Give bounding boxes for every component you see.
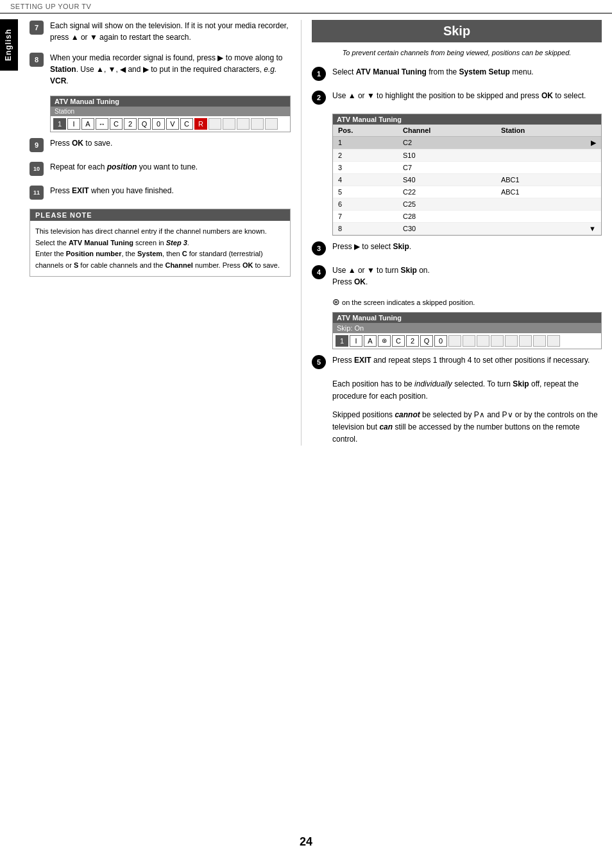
col-arrow	[584, 125, 601, 137]
atv-cell: Q	[138, 118, 151, 130]
row-station	[496, 210, 584, 222]
skip-step-5-text: Press EXIT and repeat steps 1 through 4 …	[332, 354, 602, 366]
page-num-text: 24	[300, 835, 312, 848]
skip-on-title: ATV Manual Tuning	[333, 313, 601, 323]
scroll-arrow: ▼	[584, 222, 601, 234]
row-channel: C7	[398, 161, 496, 173]
skip-step-1-text: Select ATV Manual Tuning from the System…	[332, 66, 602, 78]
atv-cell: V	[166, 118, 179, 130]
atv-cell: A	[364, 335, 377, 347]
atv-cell	[265, 118, 278, 130]
atv-cell: 0	[434, 335, 447, 347]
step-7-text: Each signal will show on the television.…	[50, 20, 291, 43]
skip-step-num-4: 4	[312, 265, 326, 279]
step-10-text: Repeat for each position you want to tun…	[50, 161, 291, 173]
table-row: 8 C30 ▼	[333, 222, 601, 234]
atv-cell	[505, 335, 518, 347]
step-num-7: 7	[30, 21, 44, 35]
step-9-text: Press OK to save.	[50, 137, 291, 149]
atv-box-subtitle: Station	[51, 107, 290, 116]
page-number: 24	[0, 822, 612, 855]
row-station	[496, 161, 584, 173]
top-bar-label: SETTING UP YOUR TV	[10, 3, 91, 10]
table-row: 6 C25	[333, 198, 601, 210]
col-station: Station	[496, 125, 584, 137]
atv-table-box: ATV Manual Tuning Pos. Channel Station 1	[332, 114, 602, 236]
skip-step-3: 3 Press ▶ to select Skip.	[312, 241, 602, 256]
atv-cell	[223, 118, 235, 130]
step-10: 10 Repeat for each position you want to …	[30, 161, 291, 176]
skip-step-4: 4 Use ▲ or ▼ to turn Skip on.Press OK.	[312, 265, 602, 288]
atv-cell	[547, 335, 560, 347]
row-pos: 2	[333, 149, 398, 161]
row-pos: 5	[333, 186, 398, 198]
step-7: 7 Each signal will show on the televisio…	[30, 20, 291, 43]
atv-cell: 1	[336, 335, 348, 347]
step-11: 11 Press EXIT when you have finished.	[30, 185, 291, 200]
atv-table: Pos. Channel Station 1 C2 ▶	[333, 125, 601, 235]
row-pos: 1	[333, 136, 398, 149]
atv-cell	[477, 335, 489, 347]
please-note-box: PLEASE NOTE This television has direct c…	[30, 209, 291, 277]
curved-arrow-icon: ⊛	[332, 297, 340, 307]
right-column: Skip To prevent certain channels from be…	[302, 20, 612, 446]
row-channel: C2	[398, 136, 496, 149]
table-row: 3 C7	[333, 161, 601, 173]
step-num-8: 8	[30, 53, 44, 67]
left-column: 7 Each signal will show on the televisio…	[19, 20, 302, 446]
atv-table-title: ATV Manual Tuning	[333, 114, 601, 125]
table-row: 1 C2 ▶	[333, 136, 601, 149]
please-note-body: This television has direct channel entry…	[30, 221, 290, 276]
skip-intro: To prevent certain channels from being v…	[312, 48, 602, 58]
atv-cell: C	[110, 118, 123, 130]
skip-step-2-text: Use ▲ or ▼ to highlight the position to …	[332, 90, 602, 101]
atv-cell: ⊛	[378, 335, 391, 347]
atv-cell: R	[194, 118, 207, 130]
skip-step-2: 2 Use ▲ or ▼ to highlight the position t…	[312, 90, 602, 105]
atv-cell: I	[67, 118, 80, 130]
atv-box-step8: ATV Manual Tuning Station 1 I A ↔ C 2 Q …	[50, 96, 291, 132]
col-channel: Channel	[398, 125, 496, 137]
atv-cell	[533, 335, 546, 347]
atv-cell: 2	[406, 335, 419, 347]
table-row: 4 S40 ABC1	[333, 173, 601, 186]
side-tab: English	[0, 19, 18, 71]
row-pos: 6	[333, 198, 398, 210]
side-tab-label: English	[4, 29, 13, 61]
atv-cell: C	[392, 335, 405, 347]
step-num-10: 10	[30, 162, 44, 176]
row-channel: C25	[398, 198, 496, 210]
skip-on-box: ATV Manual Tuning Skip: On 1 I A ⊛ C 2 Q…	[332, 312, 602, 349]
row-station	[496, 149, 584, 161]
row-channel: C28	[398, 210, 496, 222]
please-note-title: PLEASE NOTE	[30, 209, 290, 221]
atv-cell	[463, 335, 475, 347]
skip-step-num-2: 2	[312, 91, 326, 105]
atv-cell	[491, 335, 504, 347]
atv-cell: 0	[152, 118, 165, 130]
atv-cell: C	[180, 118, 193, 130]
step-11-text: Press EXIT when you have finished.	[50, 185, 291, 196]
row-pos: 4	[333, 173, 398, 186]
step-9: 9 Press OK to save.	[30, 137, 291, 152]
table-row: 2 S10	[333, 149, 601, 161]
atv-cell	[237, 118, 250, 130]
skip-extra-para-2: Skipped positions cannot be selected by …	[332, 409, 602, 446]
table-row: 7 C28	[333, 210, 601, 222]
skip-screen-note: ⊛ on the screen indicates a skipped posi…	[332, 297, 602, 307]
step-8: 8 When your media recorder signal is fou…	[30, 52, 291, 87]
atv-cell	[448, 335, 461, 347]
row-channel: S10	[398, 149, 496, 161]
row-channel: C22	[398, 186, 496, 198]
row-station: ABC1	[496, 173, 584, 186]
atv-cell: Q	[420, 335, 433, 347]
atv-cell: I	[350, 335, 362, 347]
skip-step-5-extra: Each position has to be individually sel…	[332, 378, 602, 446]
step-num-11: 11	[30, 186, 44, 200]
skip-header: Skip	[312, 20, 602, 42]
row-station: ABC1	[496, 186, 584, 198]
skip-step-4-text: Use ▲ or ▼ to turn Skip on.Press OK.	[332, 265, 602, 288]
skip-on-row: 1 I A ⊛ C 2 Q 0	[333, 333, 601, 349]
skip-step-num-5: 5	[312, 355, 326, 369]
skip-extra-para-1: Each position has to be individually sel…	[332, 378, 602, 403]
